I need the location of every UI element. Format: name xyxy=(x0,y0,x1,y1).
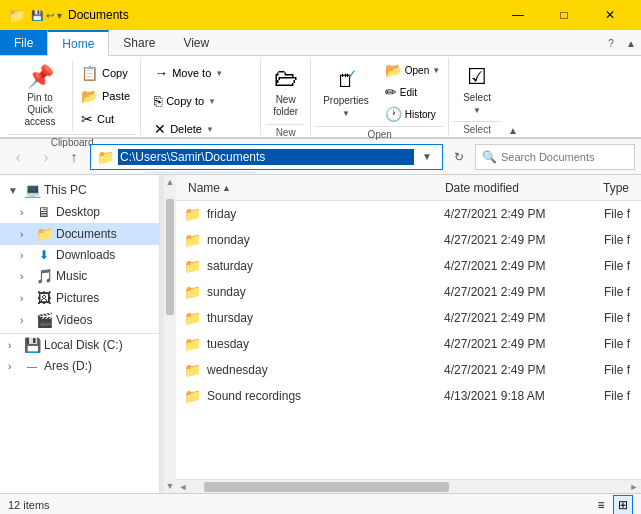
move-to-button[interactable]: → Move to ▼ xyxy=(145,60,232,86)
table-row[interactable]: 📁 sunday 4/27/2021 2:49 PM File f xyxy=(176,279,641,305)
edit-label: Edit xyxy=(400,87,417,98)
tab-share[interactable]: Share xyxy=(109,30,169,55)
col-type-label: Type xyxy=(603,181,629,195)
table-row[interactable]: 📁 wednesday 4/27/2021 2:49 PM File f xyxy=(176,357,641,383)
cell-type: File f xyxy=(604,207,633,221)
col-header-date[interactable]: Date modified xyxy=(441,181,599,195)
up-button[interactable]: ↑ xyxy=(62,145,86,169)
file-name: monday xyxy=(207,233,250,247)
status-bar: 12 items ≡ ⊞ xyxy=(0,493,641,514)
cell-name: 📁 monday xyxy=(184,232,444,248)
delete-arrow: ▼ xyxy=(206,125,214,134)
table-row[interactable]: 📁 tuesday 4/27/2021 2:49 PM File f xyxy=(176,331,641,357)
back-button[interactable]: ‹ xyxy=(6,145,30,169)
clipboard-small-group: 📋 Copy 📂 Paste ✂ Cut xyxy=(75,60,136,132)
tab-file[interactable]: File xyxy=(0,30,47,55)
file-name: saturday xyxy=(207,259,253,273)
nav-scroll-thumb xyxy=(166,199,174,315)
folder-icon: 📁 xyxy=(184,310,201,326)
nav-item-pictures[interactable]: › 🖼 Pictures xyxy=(0,287,159,309)
search-box[interactable]: 🔍 xyxy=(475,144,635,170)
col-header-name[interactable]: Name ▲ xyxy=(184,181,441,195)
hscroll-right[interactable]: ► xyxy=(627,482,641,492)
expand-pictures: › xyxy=(20,293,32,304)
forward-button[interactable]: › xyxy=(34,145,58,169)
hscroll-thumb[interactable] xyxy=(204,482,449,492)
open-button[interactable]: 📂 Open ▼ xyxy=(381,60,444,80)
title-text: Documents xyxy=(68,8,129,22)
properties-button[interactable]: 🗒 ✓ Properties ▼ xyxy=(315,63,377,122)
cell-name: 📁 sunday xyxy=(184,284,444,300)
close-button[interactable]: ✕ xyxy=(587,0,633,30)
cell-name: 📁 Sound recordings xyxy=(184,388,444,404)
nav-scroll-down[interactable]: ▼ xyxy=(164,479,177,493)
delete-button[interactable]: ✕ Delete ▼ xyxy=(145,116,232,142)
ribbon-collapse-button[interactable]: ▲ xyxy=(621,30,641,56)
tab-view[interactable]: View xyxy=(169,30,223,55)
paste-button[interactable]: 📂 Paste xyxy=(75,85,136,107)
nav-item-videos[interactable]: › 🎬 Videos xyxy=(0,309,159,331)
nav-item-ares[interactable]: › — Ares (D:) xyxy=(0,356,159,376)
table-row[interactable]: 📁 monday 4/27/2021 2:49 PM File f xyxy=(176,227,641,253)
copy-button[interactable]: 📋 Copy xyxy=(75,62,136,84)
col-header-type[interactable]: Type xyxy=(599,181,633,195)
minimize-button[interactable]: — xyxy=(495,0,541,30)
properties-label: Properties xyxy=(323,95,369,107)
address-input[interactable] xyxy=(118,149,414,165)
cell-date: 4/27/2021 2:49 PM xyxy=(444,337,604,351)
nav-item-desktop[interactable]: › 🖥 Desktop xyxy=(0,201,159,223)
nav-item-documents[interactable]: › 📁 Documents xyxy=(0,223,159,245)
horizontal-scrollbar[interactable]: ◄ ► xyxy=(176,479,641,493)
ribbon-expand-collapse[interactable]: ▲ xyxy=(505,58,521,140)
open-label: Open xyxy=(315,126,444,140)
copy-icon: 📋 xyxy=(81,65,98,81)
pin-quick-access-button[interactable]: 📌 Pin to Quickaccess xyxy=(8,60,73,132)
new-folder-label: Newfolder xyxy=(273,94,298,118)
file-rows: 📁 friday 4/27/2021 2:49 PM File f 📁 mond… xyxy=(176,201,641,479)
address-bar-input-wrap[interactable]: 📁 ▼ xyxy=(90,144,443,170)
details-view-button[interactable]: ⊞ xyxy=(613,495,633,515)
hscroll-track xyxy=(204,482,613,492)
table-row[interactable]: 📁 Sound recordings 4/13/2021 9:18 AM Fil… xyxy=(176,383,641,409)
nav-item-music[interactable]: › 🎵 Music xyxy=(0,265,159,287)
file-list-header: Name ▲ Date modified Type xyxy=(176,175,641,201)
nav-label-this-pc: This PC xyxy=(44,183,151,197)
details-view-icon: ⊞ xyxy=(618,498,628,512)
nav-item-this-pc[interactable]: ▼ 💻 This PC xyxy=(0,179,159,201)
folder-icon: 📁 xyxy=(184,388,201,404)
history-button[interactable]: 🕐 History xyxy=(381,104,444,124)
edit-button[interactable]: ✏ Edit xyxy=(381,82,444,102)
maximize-button[interactable]: □ xyxy=(541,0,587,30)
folder-icon: 📁 xyxy=(184,336,201,352)
this-pc-icon: 💻 xyxy=(24,182,40,198)
address-dropdown-arrow[interactable]: ▼ xyxy=(418,151,436,162)
nav-label-videos: Videos xyxy=(56,313,151,327)
status-item-count: 12 items xyxy=(8,499,50,511)
expand-music: › xyxy=(20,271,32,282)
copy-to-button[interactable]: ⎘ Copy to ▼ xyxy=(145,88,232,114)
table-row[interactable]: 📁 friday 4/27/2021 2:49 PM File f xyxy=(176,201,641,227)
search-icon: 🔍 xyxy=(482,150,497,164)
expand-ares: › xyxy=(8,361,20,372)
nav-item-local-disk[interactable]: › 💾 Local Disk (C:) xyxy=(0,333,159,356)
nav-scroll-up[interactable]: ▲ xyxy=(164,175,177,189)
desktop-icon: 🖥 xyxy=(36,204,52,220)
col-date-label: Date modified xyxy=(445,181,519,195)
refresh-button[interactable]: ↻ xyxy=(447,145,471,169)
cut-button[interactable]: ✂ Cut xyxy=(75,108,136,130)
search-input[interactable] xyxy=(501,151,628,163)
title-bar-icon: 📁 xyxy=(8,7,25,23)
new-folder-button[interactable]: 🗁 Newfolder xyxy=(267,60,304,122)
history-icon: 🕐 xyxy=(385,106,402,122)
hscroll-left[interactable]: ◄ xyxy=(176,482,190,492)
nav-item-downloads[interactable]: › ⬇ Downloads xyxy=(0,245,159,265)
list-view-button[interactable]: ≡ xyxy=(591,495,611,515)
expand-downloads: › xyxy=(20,250,32,261)
file-name: tuesday xyxy=(207,337,249,351)
table-row[interactable]: 📁 saturday 4/27/2021 2:49 PM File f xyxy=(176,253,641,279)
table-row[interactable]: 📁 thursday 4/27/2021 2:49 PM File f xyxy=(176,305,641,331)
cell-date: 4/27/2021 2:49 PM xyxy=(444,285,604,299)
select-all-button[interactable]: ☑ Select ▼ xyxy=(453,60,501,119)
ribbon-help-button[interactable]: ? xyxy=(601,30,621,56)
tab-home[interactable]: Home xyxy=(47,30,109,56)
